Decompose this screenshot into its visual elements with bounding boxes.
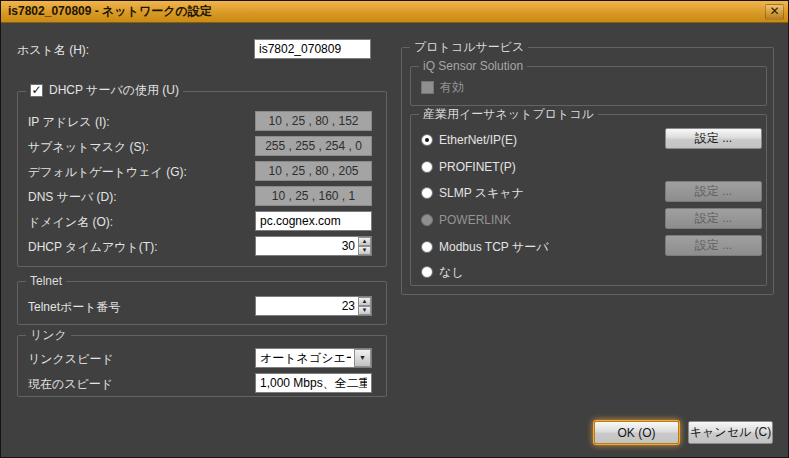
powerlink-label: POWERLINK bbox=[439, 213, 511, 227]
iqss-enable-row: 有効 bbox=[421, 79, 464, 95]
close-button[interactable]: ✕ bbox=[765, 4, 784, 20]
modbus-radio[interactable] bbox=[421, 241, 433, 253]
subnet-mask-field bbox=[255, 136, 372, 156]
default-gateway-row: デフォルトゲートウェイ (G): bbox=[18, 161, 386, 181]
telnet-port-spinner: ▲ ▼ bbox=[255, 296, 372, 316]
dhcp-enable-label: DHCP サーバの使用 (U) bbox=[49, 82, 179, 98]
chevron-down-icon: ▼ bbox=[362, 247, 368, 253]
slmp-label: SLMP スキャナ bbox=[439, 185, 524, 202]
profinet-radio[interactable] bbox=[421, 161, 433, 173]
iqss-enable-checkbox bbox=[421, 81, 434, 94]
dhcp-timeout-spin-buttons: ▲ ▼ bbox=[358, 237, 371, 255]
check-icon: ✓ bbox=[31, 85, 42, 96]
domain-name-label: ドメイン名 (O): bbox=[28, 214, 113, 231]
current-speed-label: 現在のスピード bbox=[28, 376, 113, 393]
dhcp-timeout-input[interactable] bbox=[255, 236, 372, 256]
link-speed-combobox[interactable]: ▼ bbox=[255, 348, 372, 368]
cancel-button[interactable]: キャンセル (C) bbox=[688, 421, 773, 444]
spin-down-button[interactable]: ▼ bbox=[358, 246, 371, 255]
powerlink-radio bbox=[421, 214, 433, 226]
telnet-port-input[interactable] bbox=[255, 296, 372, 316]
telnet-port-row: Telnetポート番号 ▲ ▼ bbox=[18, 296, 386, 316]
industrial-protocol-title: 産業用イーサネットプロトコル bbox=[419, 106, 598, 122]
slmp-radio[interactable] bbox=[421, 187, 433, 199]
modbus-label: Modbus TCP サーバ bbox=[439, 239, 549, 256]
dhcp-enable-checkbox[interactable]: ✓ bbox=[30, 84, 43, 97]
iqss-enable-label: 有効 bbox=[440, 79, 464, 96]
ip-address-label: IP アドレス (I): bbox=[28, 114, 110, 131]
subnet-mask-row: サブネットマスク (S): bbox=[18, 136, 386, 156]
slmp-settings-button: 設定 ... bbox=[665, 181, 762, 202]
dns-server-field bbox=[255, 186, 372, 206]
radio-row-ethernet-ip[interactable]: EtherNet/IP(E) bbox=[421, 132, 517, 148]
subnet-mask-label: サブネットマスク (S): bbox=[28, 139, 149, 156]
none-radio[interactable] bbox=[421, 266, 433, 278]
close-icon: ✕ bbox=[769, 4, 779, 18]
ethernet-ip-label: EtherNet/IP(E) bbox=[439, 133, 517, 147]
ethernet-ip-radio[interactable] bbox=[421, 134, 433, 146]
chevron-up-icon: ▲ bbox=[362, 238, 368, 244]
current-speed-row: 現在のスピード bbox=[18, 373, 386, 393]
link-speed-label: リンクスピード bbox=[28, 351, 114, 368]
link-speed-row: リンクスピード ▼ bbox=[18, 348, 386, 368]
iq-sensor-solution-title: iQ Sensor Solution bbox=[419, 58, 527, 74]
host-name-label: ホスト名 (H): bbox=[17, 42, 89, 59]
dns-server-row: DNS サーバ (D): bbox=[18, 186, 386, 206]
radio-row-none[interactable]: なし bbox=[421, 264, 464, 280]
powerlink-settings-button: 設定 ... bbox=[665, 208, 762, 229]
default-gateway-label: デフォルトゲートウェイ (G): bbox=[28, 164, 187, 181]
dhcp-timeout-label: DHCP タイムアウト(T): bbox=[28, 239, 157, 256]
modbus-settings-button: 設定 ... bbox=[665, 235, 762, 256]
window-title: is7802_070809 - ネットワークの設定 bbox=[8, 3, 212, 20]
none-label: なし bbox=[439, 264, 464, 281]
domain-name-row: ドメイン名 (O): bbox=[18, 211, 386, 231]
link-group: リンク リンクスピード ▼ 現在のスピード bbox=[17, 335, 387, 397]
ip-address-row: IP アドレス (I): bbox=[18, 111, 386, 131]
radio-row-slmp[interactable]: SLMP スキャナ bbox=[421, 185, 524, 201]
link-speed-dropdown-button[interactable]: ▼ bbox=[354, 349, 371, 367]
telnet-port-spin-buttons: ▲ ▼ bbox=[358, 297, 371, 315]
ip-address-field bbox=[255, 111, 372, 131]
radio-row-profinet[interactable]: PROFINET(P) bbox=[421, 159, 516, 175]
radio-row-powerlink: POWERLINK bbox=[421, 212, 511, 228]
ethernet-ip-settings-button[interactable]: 設定 ... bbox=[665, 128, 762, 149]
protocol-services-group: プロトコルサービス iQ Sensor Solution 有効 産業用イーサネッ… bbox=[401, 47, 774, 295]
iq-sensor-solution-group: iQ Sensor Solution 有効 bbox=[410, 66, 767, 106]
dhcp-enable-row[interactable]: ✓ DHCP サーバの使用 (U) bbox=[26, 82, 183, 98]
radio-row-modbus[interactable]: Modbus TCP サーバ bbox=[421, 239, 549, 255]
dhcp-timeout-spinner: ▲ ▼ bbox=[255, 236, 372, 256]
protocol-services-title: プロトコルサービス bbox=[410, 39, 528, 55]
current-speed-field bbox=[255, 373, 372, 393]
titlebar[interactable]: is7802_070809 - ネットワークの設定 bbox=[1, 1, 788, 23]
default-gateway-field bbox=[255, 161, 372, 181]
dhcp-group: ✓ DHCP サーバの使用 (U) IP アドレス (I): サブネットマスク … bbox=[17, 91, 387, 267]
telnet-group: Telnet Telnetポート番号 ▲ ▼ bbox=[17, 281, 387, 325]
link-group-title: リンク bbox=[26, 327, 71, 343]
spin-down-button[interactable]: ▼ bbox=[358, 306, 371, 315]
spin-up-button[interactable]: ▲ bbox=[358, 297, 371, 306]
chevron-down-icon: ▼ bbox=[362, 307, 368, 313]
dhcp-timeout-row: DHCP タイムアウト(T): ▲ ▼ bbox=[18, 236, 386, 256]
network-settings-dialog: is7802_070809 - ネットワークの設定 ✕ ホスト名 (H): ✓ … bbox=[0, 0, 789, 458]
domain-name-input[interactable] bbox=[255, 211, 372, 231]
profinet-label: PROFINET(P) bbox=[439, 160, 516, 174]
chevron-down-icon: ▼ bbox=[359, 354, 366, 361]
host-name-input[interactable] bbox=[254, 39, 371, 59]
chevron-up-icon: ▲ bbox=[362, 298, 368, 304]
spin-up-button[interactable]: ▲ bbox=[358, 237, 371, 246]
telnet-group-title: Telnet bbox=[26, 273, 66, 289]
telnet-port-label: Telnetポート番号 bbox=[28, 299, 121, 316]
industrial-protocol-group: 産業用イーサネットプロトコル EtherNet/IP(E) 設定 ... PRO… bbox=[410, 114, 767, 286]
ok-button[interactable]: OK (O) bbox=[594, 421, 679, 444]
dns-server-label: DNS サーバ (D): bbox=[28, 189, 117, 206]
